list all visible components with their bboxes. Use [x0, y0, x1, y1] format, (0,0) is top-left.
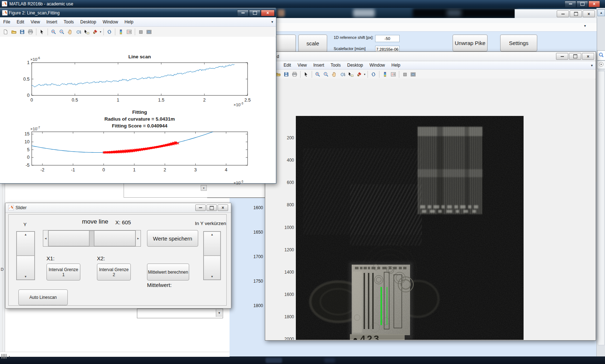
scale-button[interactable]: scale: [298, 35, 327, 52]
menu-item-insert[interactable]: Insert: [310, 61, 327, 69]
toolbar-pan-hand-button[interactable]: [330, 70, 338, 78]
mittelwert-berechnen-button[interactable]: Mittelwert berechnen: [147, 264, 189, 280]
bg-menubar-chevron[interactable]: ▾: [584, 24, 586, 28]
main-maximize-button[interactable]: [577, 1, 588, 7]
y-slider-right-up-button[interactable]: ▲: [204, 232, 221, 256]
toolbar-dock-frame-button[interactable]: [145, 28, 153, 36]
combobox-arrow-button[interactable]: ▼: [216, 309, 222, 317]
toolbar-data-cursor-button[interactable]: [347, 70, 355, 78]
toolbar-new-doc-button[interactable]: [1, 28, 10, 36]
image-figure-titlebar[interactable]: d ×: [265, 52, 596, 61]
menubar-chevron[interactable]: ▾: [591, 63, 593, 67]
y-slider-left-down-button[interactable]: ▼: [17, 256, 35, 280]
bg-window-close-button[interactable]: ×: [583, 10, 595, 17]
toolbar-dock-frame-button[interactable]: [409, 70, 417, 78]
menu-item-view[interactable]: View: [294, 61, 310, 69]
werte-speichern-button[interactable]: Werte speichern: [147, 230, 198, 247]
menu-item-window[interactable]: Window: [99, 18, 121, 26]
unwrap-pike-button[interactable]: Unwrap Pike: [453, 35, 488, 51]
toolbar-brush-button[interactable]: [355, 70, 363, 78]
menu-item-desktop[interactable]: Desktop: [344, 61, 366, 69]
toolbar-zoom-in-button[interactable]: [49, 28, 58, 36]
y-slider-right-down-button[interactable]: ▼: [204, 256, 221, 280]
slider-right-arrow[interactable]: ►: [135, 230, 141, 246]
menu-item-tools[interactable]: Tools: [61, 18, 77, 26]
y-slider-right[interactable]: ▲ ▼: [203, 231, 221, 280]
brush-dropdown-caret[interactable]: ▾: [100, 30, 101, 33]
bg-window-maximize-button[interactable]: [570, 10, 582, 17]
taskbar[interactable]: [0, 356, 605, 364]
main-minimize-button[interactable]: [565, 1, 576, 7]
menu-item-desktop[interactable]: Desktop: [77, 18, 99, 26]
toolbar-colorbar-button[interactable]: [381, 70, 389, 78]
toolbar-dock-button[interactable]: [401, 70, 409, 78]
panel-dropdown-button[interactable]: [597, 60, 605, 69]
panel-grip[interactable]: ▴: [1, 353, 19, 359]
image-figure-minimize-button[interactable]: [556, 53, 568, 60]
toolbar-zoom-in-button[interactable]: [313, 70, 322, 78]
menu-item-tools[interactable]: Tools: [328, 61, 344, 69]
menu-item-edit[interactable]: Edit: [13, 18, 27, 26]
move-line-slider[interactable]: ◄ ►: [43, 230, 141, 247]
toolbar-print-button[interactable]: [290, 70, 299, 78]
menu-item-insert[interactable]: Insert: [43, 18, 61, 26]
slider-thumb-right[interactable]: [94, 230, 135, 246]
listbox-scroll-button[interactable]: ▼: [201, 185, 207, 191]
figure2-maximize-button[interactable]: [249, 10, 261, 16]
slider-titlebar[interactable]: Slider ×: [5, 203, 231, 213]
toolbar-pan-hand-button[interactable]: [66, 28, 74, 36]
bg-window-minimize-button[interactable]: [557, 10, 569, 17]
menu-item-help[interactable]: Help: [388, 61, 404, 69]
toolbar-open-folder-button[interactable]: [10, 28, 18, 36]
toolbar-brush-button[interactable]: [91, 28, 99, 36]
collapse-panel-button[interactable]: ▲: [597, 9, 605, 16]
toolbar-link-button[interactable]: [105, 28, 114, 36]
toolbar-legend-button[interactable]: [125, 28, 133, 36]
toolbar-dock-button[interactable]: [137, 28, 145, 36]
toolbar-link-button[interactable]: [369, 70, 378, 78]
menu-item-edit[interactable]: Edit: [280, 61, 294, 69]
ref-shift-input[interactable]: [375, 35, 400, 42]
figure2-minimize-button[interactable]: [237, 10, 249, 16]
slider-close-button[interactable]: ×: [218, 205, 228, 211]
figure2-titlebar[interactable]: Figure 2: Line_scan,Fitting ×: [0, 9, 276, 17]
figure2-close-button[interactable]: ×: [261, 10, 275, 16]
toolbar-arrow-cursor-button[interactable]: [302, 70, 310, 78]
slider-maximize-button[interactable]: [206, 205, 217, 211]
toolbar-colorbar-button[interactable]: [117, 28, 125, 36]
toolbar-data-cursor-button[interactable]: [83, 28, 91, 36]
slider-left-arrow[interactable]: ◄: [43, 230, 48, 246]
speckle-image[interactable]: 423: [296, 116, 524, 340]
panel-scroll-track[interactable]: [598, 71, 605, 345]
background-combobox[interactable]: ▼: [137, 309, 223, 318]
slider-minimize-button[interactable]: [195, 205, 206, 211]
toolbar-rotate-3d-button[interactable]: [338, 70, 347, 78]
y-slider-left[interactable]: ▲ ▼: [16, 231, 35, 280]
menu-item-help[interactable]: Help: [121, 18, 137, 26]
image-figure-close-button[interactable]: ×: [582, 53, 594, 60]
slider-trough[interactable]: [89, 230, 94, 246]
menu-item-view[interactable]: View: [27, 18, 43, 26]
menubar-chevron[interactable]: ▾: [271, 20, 273, 24]
toolbar-print-button[interactable]: [26, 28, 35, 36]
menu-item-file[interactable]: File: [0, 18, 13, 26]
y-slider-left-up-button[interactable]: ▲: [17, 232, 35, 256]
toolbar-zoom-out-button[interactable]: [322, 70, 330, 78]
menu-item-window[interactable]: Window: [366, 61, 388, 69]
auto-linescan-button[interactable]: Auto Linescan: [18, 289, 68, 305]
toolbar-arrow-cursor-button[interactable]: [38, 28, 46, 36]
toolbar-save-button[interactable]: [18, 28, 26, 36]
toolbar-save-button[interactable]: [282, 70, 290, 78]
brush-dropdown-caret[interactable]: ▾: [364, 73, 365, 76]
toolbar-zoom-out-button[interactable]: [58, 28, 66, 36]
interval-grenze2-button[interactable]: Interval Grenze 2: [97, 264, 131, 280]
interval-grenze1-button[interactable]: Interval Grenze 1: [46, 264, 80, 280]
background-listbox[interactable]: ▼: [124, 183, 208, 198]
toolbar-legend-button[interactable]: [389, 70, 397, 78]
slider-thumb-left[interactable]: [48, 230, 89, 246]
image-figure-maximize-button[interactable]: [569, 53, 581, 60]
search-button[interactable]: [597, 50, 605, 60]
settings-button[interactable]: Settings: [500, 35, 537, 51]
toolbar-rotate-3d-button[interactable]: [74, 28, 83, 36]
main-close-button[interactable]: ×: [588, 1, 600, 7]
